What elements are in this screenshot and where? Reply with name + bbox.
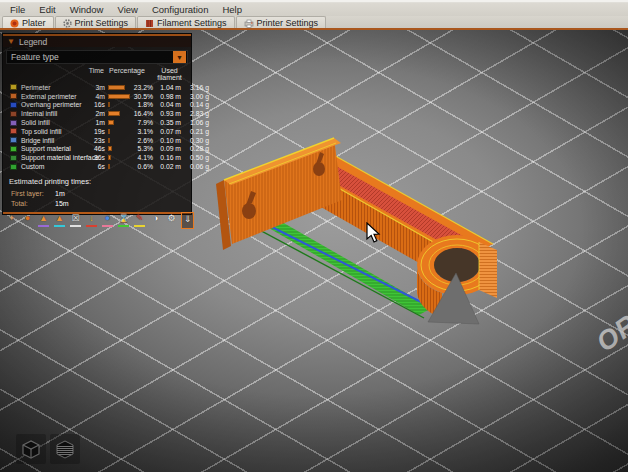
hand-icon[interactable]: ✦ — [5, 212, 18, 229]
percentage-bar — [108, 102, 110, 107]
slicer-window: File Edit Window View Configuration Help… — [0, 0, 628, 472]
feature-filament-length: 0.02 m — [153, 163, 181, 170]
feature-color-swatch — [10, 137, 17, 143]
menu-window[interactable]: Window — [64, 4, 110, 15]
menu-bar: File Edit Window View Configuration Help — [0, 3, 628, 16]
feature-time: 1m — [89, 119, 105, 126]
download-box-icon[interactable]: ⇓ — [181, 212, 194, 229]
col-used-filament: Used filament — [150, 67, 189, 81]
feature-row: External perimeter4m30.5%0.98 m3.00 g — [3, 92, 191, 101]
feature-time: 4m — [89, 93, 105, 100]
icon-underline — [38, 225, 49, 227]
feature-filament-mass: 1.06 g — [181, 119, 209, 126]
place-on-bed-icon[interactable]: ↓ — [85, 212, 98, 229]
hand-icon: ✦ — [8, 212, 16, 224]
percentage-bar-track — [105, 94, 129, 99]
legend-header[interactable]: ▼ Legend — [3, 34, 191, 47]
legend-panel: ▼ Legend Feature type ▼ Time Percentage … — [2, 33, 192, 215]
bed-logo-text: OR — [590, 309, 628, 359]
feature-filament-length: 0.16 m — [153, 154, 181, 161]
crossed-box-icon[interactable]: ☒ — [69, 212, 82, 229]
feature-filament-mass: 0.50 g — [181, 154, 209, 161]
feature-filament-length: 0.35 m — [153, 119, 181, 126]
feature-label: Overhang perimeter — [21, 101, 89, 108]
icon-underline — [86, 225, 97, 227]
feature-color-swatch — [10, 93, 17, 99]
pinwheel-icon[interactable]: ◑ — [149, 212, 162, 229]
view-mode-select[interactable]: Feature type ▼ — [6, 50, 188, 64]
percentage-bar — [108, 120, 114, 125]
feature-label: Bridge infill — [21, 137, 89, 144]
feature-color-swatch — [10, 146, 17, 152]
percentage-bar — [108, 146, 112, 151]
feature-percentage: 3.1% — [129, 128, 153, 135]
percentage-bar-track — [105, 155, 129, 160]
feature-filament-mass: 2.83 g — [181, 110, 209, 117]
chevron-stack2-icon[interactable]: ▲ — [53, 212, 66, 229]
feature-color-swatch — [10, 84, 17, 90]
plater-icon — [10, 19, 19, 28]
feature-time: 6s — [89, 163, 105, 170]
gear-icon — [63, 19, 72, 28]
feature-filament-mass: 0.06 g — [181, 163, 209, 170]
menu-edit[interactable]: Edit — [33, 4, 61, 15]
feature-percentage: 16.4% — [129, 110, 153, 117]
total-value: 15m — [55, 200, 69, 207]
mouse-cursor — [366, 222, 382, 244]
feature-time: 23s — [89, 137, 105, 144]
percentage-bar — [108, 129, 110, 134]
percentage-bar — [108, 138, 110, 143]
feature-filament-mass: 3.16 g — [181, 84, 209, 91]
3d-viewport[interactable]: OR — [0, 28, 628, 472]
feature-row: Perimeter3m23.2%1.04 m3.16 g — [3, 83, 191, 92]
feature-color-swatch — [10, 120, 17, 126]
col-time: Time — [5, 67, 104, 81]
estimated-times-title: Estimated printing times: — [3, 171, 191, 189]
feature-label: External perimeter — [21, 93, 89, 100]
legend-column-headers: Time Percentage Used filament — [3, 66, 191, 83]
menu-configuration[interactable]: Configuration — [146, 4, 215, 15]
feature-percentage: 2.6% — [129, 137, 153, 144]
layers-preview-button[interactable] — [50, 434, 80, 464]
icon-underline — [22, 225, 33, 227]
solid-object-icon[interactable]: ● — [21, 212, 34, 229]
sphere-icon[interactable]: ● — [101, 212, 114, 229]
percentage-bar-track — [105, 111, 129, 116]
feature-filament-length: 0.04 m — [153, 101, 181, 108]
menu-help[interactable]: Help — [216, 4, 248, 15]
hourglass-icon[interactable]: ⌛ — [117, 212, 130, 229]
pencil-icon[interactable]: ✎ — [133, 212, 146, 229]
crossed-box-icon: ☒ — [71, 212, 79, 224]
col-percentage: Percentage — [104, 67, 150, 81]
percentage-bar-track — [105, 120, 129, 125]
sphere-icon: ● — [105, 212, 110, 224]
view-switcher — [16, 434, 80, 464]
feature-color-swatch — [10, 128, 17, 134]
preview-toolbar: ✦●▲▲☒↓●⌛✎◑⚙⇓ — [5, 212, 194, 229]
percentage-bar — [108, 111, 120, 116]
feature-time: 3m — [89, 84, 105, 91]
feature-time: 16s — [89, 101, 105, 108]
first-layer-row: First layer: 1m — [3, 189, 191, 199]
icon-underline — [54, 225, 65, 227]
gear-icon: ⚙ — [167, 212, 175, 224]
feature-percentage: 7.9% — [129, 119, 153, 126]
feature-row: Top solid infill19s3.1%0.07 m0.21 g — [3, 127, 191, 136]
feature-filament-length: 0.10 m — [153, 137, 181, 144]
feature-percentage: 0.6% — [129, 163, 153, 170]
percentage-bar-track — [105, 164, 129, 169]
feature-label: Custom — [21, 163, 89, 170]
pencil-icon: ✎ — [136, 212, 144, 224]
feature-color-swatch — [10, 155, 17, 161]
menu-view[interactable]: View — [111, 4, 143, 15]
icon-underline — [102, 225, 113, 227]
gear-icon[interactable]: ⚙ — [165, 212, 178, 229]
menu-file[interactable]: File — [4, 4, 31, 15]
first-layer-value: 1m — [55, 190, 65, 197]
percentage-bar-track — [105, 129, 129, 134]
icon-underline — [70, 225, 81, 227]
3d-view-button[interactable] — [16, 434, 46, 464]
tab-label: Print Settings — [75, 18, 129, 28]
feature-color-swatch — [10, 111, 17, 117]
chevron-stack-icon[interactable]: ▲ — [37, 212, 50, 229]
